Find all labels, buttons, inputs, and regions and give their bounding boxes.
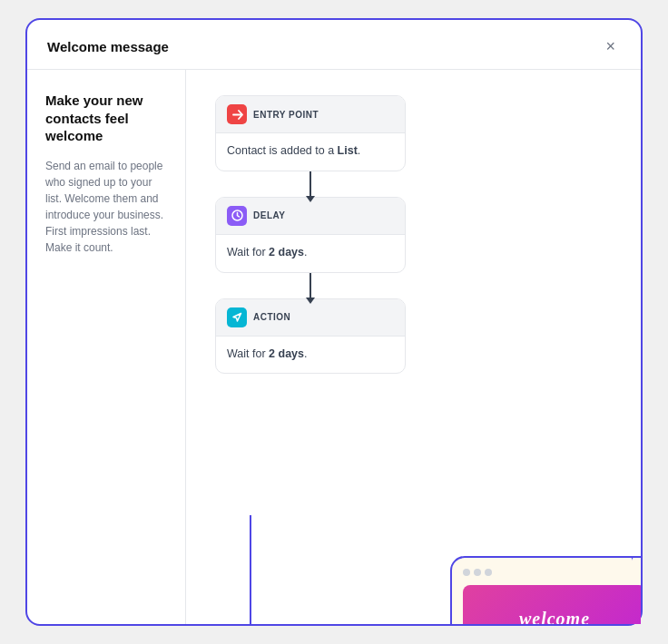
- entry-point-node: ENTRY POINT Contact is added to a List.: [215, 95, 406, 171]
- flow-area: ENTRY POINT Contact is added to a List.: [186, 70, 641, 624]
- delay-body: Wait for 2 days.: [216, 235, 405, 272]
- sidebar-description: Send an email to people who signed up to…: [45, 158, 167, 256]
- email-window-dots: [463, 569, 641, 576]
- modal-dialog: Welcome message × Make your new contacts…: [25, 18, 643, 626]
- modal-title: Welcome message: [47, 39, 169, 54]
- outer-container: Welcome message × Make your new contacts…: [0, 0, 668, 644]
- entry-icon: [227, 104, 247, 124]
- pencil-icon: ✏️: [475, 620, 507, 624]
- connector-2: [309, 273, 311, 298]
- star-top-icon: ✦: [625, 556, 639, 563]
- action-label: ACTION: [253, 312, 290, 322]
- action-icon: [227, 307, 247, 327]
- modal-header: Welcome message ×: [27, 20, 641, 70]
- close-button[interactable]: ×: [600, 36, 621, 56]
- dot-3: [485, 569, 492, 576]
- email-preview-card: ✦ ✦ ✏️ welcome: [450, 556, 641, 624]
- dot-2: [474, 569, 481, 576]
- l-connector-vertical: [250, 515, 251, 624]
- sidebar: Make your new contacts feel welcome Send…: [27, 70, 186, 624]
- action-body: Wait for 2 days.: [216, 337, 405, 374]
- entry-label: ENTRY POINT: [253, 110, 319, 120]
- email-banner-text: welcome: [519, 609, 590, 624]
- delay-label: DELAY: [253, 210, 285, 220]
- action-node: ACTION Wait for 2 days.: [215, 298, 406, 375]
- entry-node-header: ENTRY POINT: [216, 96, 405, 133]
- entry-body: Contact is added to a List.: [216, 133, 405, 171]
- connector-1: [309, 171, 311, 197]
- sidebar-heading: Make your new contacts feel welcome: [45, 92, 167, 145]
- email-banner: ✏️ welcome: [463, 585, 641, 624]
- delay-icon: [227, 206, 247, 226]
- dot-1: [463, 569, 470, 576]
- delay-node: DELAY Wait for 2 days.: [215, 197, 406, 273]
- delay-node-header: DELAY: [216, 198, 405, 235]
- modal-body: Make your new contacts feel welcome Send…: [27, 70, 641, 624]
- action-node-header: ACTION: [216, 299, 405, 337]
